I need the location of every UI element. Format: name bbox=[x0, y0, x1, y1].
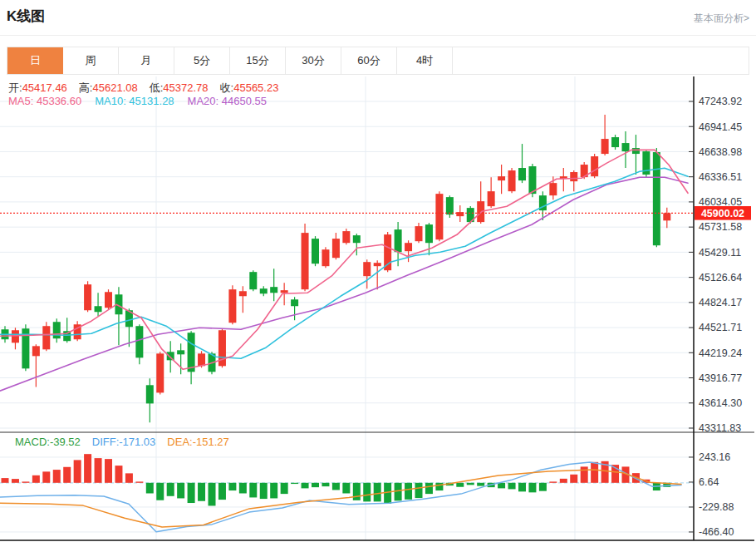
axis-label: 43311.83 bbox=[699, 422, 741, 434]
macd-bar bbox=[549, 481, 557, 482]
macd-bar bbox=[260, 483, 268, 499]
macd-bar bbox=[435, 483, 443, 490]
candle bbox=[518, 168, 526, 180]
macd-bar bbox=[239, 483, 247, 494]
candle bbox=[249, 272, 257, 289]
macd-bar bbox=[146, 483, 154, 494]
macd-bar bbox=[177, 483, 184, 499]
macd-bar bbox=[63, 467, 71, 483]
macd-bar bbox=[498, 483, 505, 489]
ohlc-value: 45621.08 bbox=[92, 81, 137, 94]
macd-bar bbox=[218, 483, 226, 500]
macd-bar bbox=[84, 454, 91, 483]
macd-bar bbox=[53, 470, 61, 483]
candle bbox=[12, 330, 19, 342]
candle bbox=[415, 226, 423, 241]
candle bbox=[167, 352, 174, 360]
macd-bar bbox=[32, 475, 40, 483]
macd-bar bbox=[95, 458, 102, 483]
candle bbox=[342, 231, 350, 243]
candle bbox=[322, 249, 329, 266]
axis-label: 45126.64 bbox=[699, 272, 742, 283]
axis-label: 44824.17 bbox=[699, 297, 742, 308]
axis-label: 44219.24 bbox=[699, 347, 742, 359]
candle bbox=[528, 166, 536, 194]
macd-bar bbox=[332, 483, 340, 490]
macd-bar bbox=[135, 481, 143, 482]
axis-label: 43916.77 bbox=[699, 372, 742, 384]
candle bbox=[312, 239, 319, 264]
macd-bar bbox=[508, 483, 516, 490]
axis-label: 45731.58 bbox=[699, 221, 742, 233]
macd-bar bbox=[425, 483, 433, 494]
macd-bar bbox=[342, 483, 350, 494]
ma-legend: MA5: 45336.60MA10: 45131.28MA20: 44650.5… bbox=[8, 95, 280, 107]
macd-legend: MACD:-39.52DIFF:-171.03DEA:-151.27 bbox=[15, 436, 241, 448]
macd-bar bbox=[415, 483, 423, 498]
macd-bar bbox=[560, 479, 567, 483]
macd-bar bbox=[405, 483, 412, 500]
candle bbox=[135, 326, 143, 357]
ma-legend-item: MA5: 45336.60 bbox=[8, 95, 81, 107]
candle bbox=[446, 197, 454, 214]
candle bbox=[53, 322, 61, 338]
macd-bar bbox=[570, 475, 577, 483]
candle bbox=[632, 148, 640, 154]
ohlc-label: 开: bbox=[8, 81, 22, 94]
axis-label: -466.40 bbox=[699, 526, 734, 538]
macd-bar bbox=[302, 483, 309, 489]
macd-bar bbox=[2, 478, 9, 483]
axis-label: 43614.30 bbox=[699, 397, 742, 409]
kline-page: K线图 基本面分析> 日周月5分15分30分60分4时 开:45417.46高:… bbox=[0, 0, 756, 542]
candle bbox=[32, 346, 40, 356]
macd-bar bbox=[291, 483, 298, 484]
macd-bar bbox=[353, 483, 361, 500]
macd-bar bbox=[528, 483, 536, 493]
ohlc-label: 高: bbox=[79, 81, 93, 94]
last-price-value: 45900.02 bbox=[701, 208, 744, 219]
candle bbox=[570, 172, 577, 181]
macd-bar bbox=[125, 473, 133, 482]
candle bbox=[435, 194, 443, 239]
ma-legend-item: MA20: 44650.55 bbox=[188, 95, 267, 107]
axis-label: 6.64 bbox=[699, 476, 719, 488]
candle bbox=[188, 333, 195, 372]
axis-label: 243.16 bbox=[699, 451, 730, 463]
ma-legend-item: MA10: 45131.28 bbox=[95, 95, 174, 107]
macd-bar bbox=[105, 459, 112, 483]
macd-bar bbox=[581, 466, 588, 482]
candle bbox=[177, 350, 184, 354]
macd-legend-item: DIFF:-171.03 bbox=[92, 436, 156, 448]
ohlc-legend: 开:45417.46高:45621.08低:45372.78收:45565.23 bbox=[8, 81, 290, 96]
candle bbox=[270, 287, 277, 293]
candle bbox=[332, 239, 340, 258]
axis-label: 45429.11 bbox=[699, 247, 741, 259]
macd-bar bbox=[374, 483, 381, 502]
candle bbox=[291, 299, 298, 306]
candle bbox=[228, 289, 236, 323]
ohlc-value: 45372.78 bbox=[163, 81, 208, 94]
macd-legend-item: DEA:-151.27 bbox=[167, 436, 228, 448]
macd-bar bbox=[22, 481, 29, 482]
candle bbox=[611, 137, 619, 147]
candle bbox=[549, 183, 557, 195]
ohlc-label: 低: bbox=[150, 81, 164, 94]
axis-label: -229.88 bbox=[699, 501, 734, 513]
macd-bar bbox=[322, 483, 329, 486]
candle bbox=[508, 170, 516, 191]
macd-bar bbox=[188, 483, 195, 503]
candle bbox=[302, 233, 309, 289]
axis-label: 44521.71 bbox=[699, 322, 742, 333]
macd-bar bbox=[591, 462, 598, 483]
candle bbox=[374, 263, 381, 266]
candle bbox=[146, 385, 154, 403]
ohlc-value: 45417.46 bbox=[22, 81, 67, 94]
macd-bar bbox=[477, 483, 484, 486]
candle bbox=[425, 224, 433, 243]
macd-bar bbox=[228, 483, 236, 490]
candle bbox=[663, 213, 670, 220]
candle bbox=[353, 235, 361, 243]
macd-bar bbox=[467, 483, 474, 485]
ohlc-value: 45565.23 bbox=[233, 81, 278, 94]
candle bbox=[653, 152, 660, 245]
